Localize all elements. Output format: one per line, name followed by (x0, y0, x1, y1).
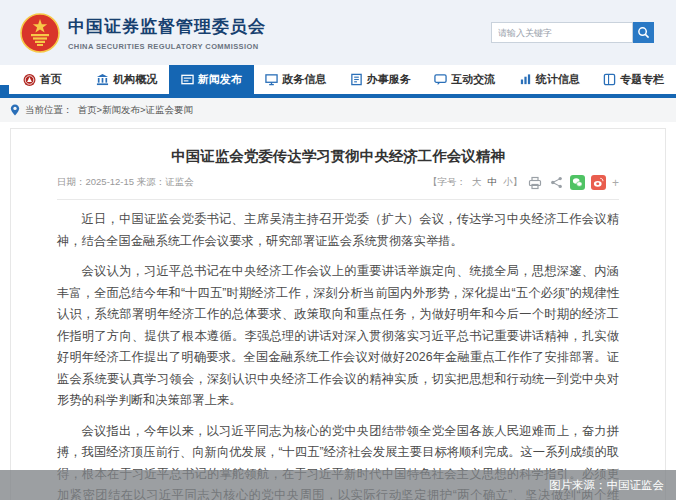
folder-icon (603, 73, 616, 86)
nav-label: 新闻发布 (198, 72, 242, 87)
font-size-prefix: 【字号： (428, 176, 466, 189)
nav-label: 专题专栏 (620, 72, 664, 87)
search-input[interactable] (491, 22, 633, 43)
wechat-share-button[interactable] (570, 175, 585, 190)
font-size-small-button[interactable]: 小】 (503, 176, 522, 189)
nav-label: 机构概况 (113, 72, 157, 87)
nav-label: 办事服务 (367, 72, 411, 87)
breadcrumb-path[interactable]: 首页>新闻发布>证监会要闻 (78, 104, 194, 117)
nav-item-news[interactable]: 新闻发布 (169, 65, 254, 94)
nav-label: 政务信息 (282, 72, 326, 87)
article-paragraph: 会议认为，习近平总书记在中央经济工作会议上的重要讲话举旗定向、统揽全局，思想深邃… (57, 261, 619, 412)
share-button[interactable] (549, 175, 564, 190)
chat-icon (434, 73, 447, 86)
article-meta-row: 日期：2025-12-15 来源：证监会 【字号： 大 中 小】 + (57, 175, 619, 190)
news-icon (181, 73, 194, 86)
article-container: 中国证监会党委传达学习贯彻中央经济工作会议精神 日期：2025-12-15 来源… (10, 128, 666, 500)
meta-divider (57, 199, 619, 200)
org-title-block: 中国证券监督管理委员会 CHINA SECURITIES REGULATORY … (68, 15, 266, 51)
nav-item-home[interactable]: 首页 (0, 65, 85, 94)
nav-item-interaction[interactable]: 互动交流 (423, 65, 508, 94)
site-header: 中国证券监督管理委员会 CHINA SECURITIES REGULATORY … (0, 0, 676, 65)
location-pin-icon (10, 104, 20, 116)
share-icon (550, 176, 563, 189)
article-title: 中国证监会党委传达学习贯彻中央经济工作会议精神 (57, 147, 619, 166)
nav-underline-notch (0, 85, 9, 98)
article-date-source: 日期：2025-12-15 来源：证监会 (57, 176, 194, 189)
article-body: 近日，中国证监会党委书记、主席吴清主持召开党委（扩大）会议，传达学习中央经济工作… (57, 209, 619, 500)
nav-label: 首页 (40, 72, 62, 87)
org-name-cn: 中国证券监督管理委员会 (68, 15, 266, 38)
font-size-large-button[interactable]: 大 (472, 176, 482, 189)
nav-item-about[interactable]: 机构概况 (85, 65, 170, 94)
image-source-text: 图片来源：中国证监会 (549, 478, 664, 493)
font-size-medium-button[interactable]: 中 (487, 176, 497, 189)
nav-item-gov-info[interactable]: 政务信息 (254, 65, 339, 94)
article-paragraph: 近日，中国证监会党委书记、主席吴清主持召开党委（扩大）会议，传达学习中央经济工作… (57, 209, 619, 252)
weibo-share-button[interactable] (591, 175, 606, 190)
csrc-emblem-icon (23, 73, 36, 86)
more-share-button[interactable]: + (612, 176, 619, 190)
search-icon (637, 26, 650, 39)
print-button[interactable] (528, 175, 543, 190)
search-button[interactable] (633, 22, 654, 43)
wechat-icon (572, 177, 583, 188)
nav-underline (0, 94, 676, 98)
nav-label: 互动交流 (451, 72, 495, 87)
nav-item-special-topics[interactable]: 专题专栏 (592, 65, 676, 94)
nav-label: 统计信息 (536, 72, 580, 87)
nav-item-services[interactable]: 办事服务 (338, 65, 423, 94)
bank-icon (96, 73, 109, 86)
printer-icon (528, 176, 542, 190)
breadcrumb-label: 当前位置： (25, 104, 73, 117)
document-icon (350, 73, 363, 86)
csrc-article-page: 中国证券监督管理委员会 CHINA SECURITIES REGULATORY … (0, 0, 676, 500)
bar-chart-icon (519, 73, 532, 86)
article-tools: 【字号： 大 中 小】 + (428, 175, 619, 190)
main-nav: 首页 机构概况 新闻发布 政务信息 办事服务 (0, 65, 676, 94)
national-emblem-logo (20, 13, 60, 53)
nav-item-statistics[interactable]: 统计信息 (507, 65, 592, 94)
image-source-bar: 图片来源：中国证监会 (0, 470, 676, 500)
search-box (491, 22, 654, 43)
org-name-en: CHINA SECURITIES REGULATORY COMMISSION (68, 42, 266, 51)
breadcrumb: 当前位置： 首页>新闻发布>证监会要闻 (0, 98, 676, 122)
weibo-icon (593, 177, 604, 188)
monitor-icon (265, 73, 278, 86)
